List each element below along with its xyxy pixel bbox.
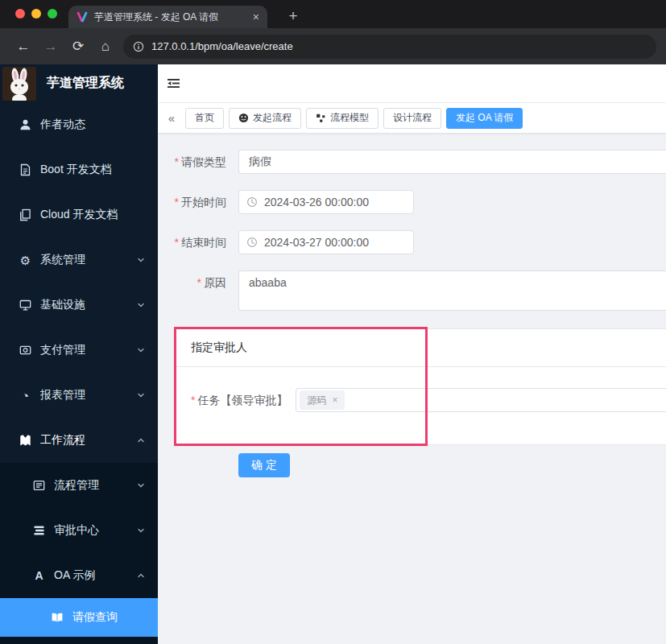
- chevron-down-icon: [137, 526, 145, 535]
- chevron-down-icon: [137, 301, 145, 309]
- app-header: [158, 64, 666, 103]
- chevron-down-icon: [137, 391, 145, 399]
- home-icon[interactable]: ⌂: [92, 39, 119, 55]
- workflow-icon: [19, 434, 32, 447]
- window-maximize-button[interactable]: [48, 9, 57, 19]
- fold-menu-icon[interactable]: [168, 77, 180, 89]
- reason-textarea[interactable]: abaaba: [238, 270, 666, 311]
- browser-tab[interactable]: 芋道管理系统 - 发起 OA 请假 ×: [68, 6, 267, 28]
- sidebar-logo-row[interactable]: 芋道管理系统: [0, 64, 158, 102]
- tab-home[interactable]: 首页: [185, 108, 224, 129]
- sidebar-item-label: 请假查询: [72, 610, 158, 625]
- pie-chart-icon: ◔: [19, 389, 32, 402]
- field-label: *原因: [174, 270, 226, 311]
- site-info-icon[interactable]: [133, 41, 144, 52]
- required-mark: *: [175, 196, 179, 208]
- sidebar-item-infrastructure[interactable]: 基础设施: [0, 283, 158, 328]
- main-area: « 首页 发起流程 流程模型 设计: [158, 64, 666, 644]
- sidebar-submenu: 流程管理 审批中心 A OA 示例: [0, 463, 158, 644]
- sidebar-item-label: 基础设施: [40, 298, 137, 312]
- chevron-up-icon: [137, 572, 145, 580]
- layers-icon: [32, 524, 46, 537]
- monitor-icon: [19, 299, 32, 312]
- list-icon: [32, 479, 46, 492]
- approver-card-header: 指定审批人: [175, 329, 666, 367]
- address-bar[interactable]: 127.0.0.1/bpm/oa/leave/create: [123, 35, 656, 59]
- clock-icon: [246, 237, 258, 248]
- tag-close-icon[interactable]: ×: [332, 395, 337, 405]
- window-controls: [15, 9, 57, 19]
- payment-icon: [19, 344, 32, 357]
- sidebar-item-author-news[interactable]: 作者动态: [0, 102, 158, 147]
- task-label: *任务【领导审批】: [191, 388, 287, 412]
- sidebar-item-label: 审批中心: [54, 523, 137, 538]
- tab-label: 发起 OA 请假: [456, 111, 513, 125]
- sidebar-item-leave-query[interactable]: 请假查询: [0, 598, 158, 637]
- approver-tag: 源码 ×: [300, 390, 345, 410]
- sidebar-item-boot-docs[interactable]: Boot 开发文档: [0, 147, 158, 192]
- sidebar-item-payment[interactable]: 支付管理: [0, 328, 158, 373]
- field-label: *请假类型: [174, 150, 226, 174]
- form-row-end-time: *结束时间 2024-03-27 00:00:00: [174, 230, 666, 254]
- approver-card-title: 指定审批人: [191, 341, 247, 355]
- user-icon: [19, 118, 32, 131]
- sidebar-item-report[interactable]: ◔ 报表管理: [0, 373, 158, 418]
- app-title: 芋道管理系统: [47, 75, 124, 92]
- reload-icon[interactable]: ⟳: [64, 38, 92, 55]
- page-content: *请假类型 病假 *开始时间 2024-03-26 00:00:00 *结束时间: [158, 134, 666, 644]
- window-close-button[interactable]: [15, 9, 25, 19]
- copy-document-icon: [19, 208, 32, 221]
- approver-tag-label: 源码: [307, 394, 326, 407]
- collapse-tabs-icon[interactable]: «: [165, 111, 178, 125]
- sidebar-item-process-management[interactable]: 流程管理: [0, 463, 158, 508]
- chevron-down-icon: [137, 481, 145, 489]
- sidebar: 芋道管理系统 作者动态 Boot 开发文档 Cloud 开发文档 ⚙ 系统管理: [0, 64, 158, 644]
- sidebar-item-label: 流程管理: [54, 478, 137, 493]
- start-time-input[interactable]: 2024-03-26 00:00:00: [238, 190, 414, 214]
- field-label: *结束时间: [174, 230, 226, 254]
- window-minimize-button[interactable]: [31, 9, 41, 19]
- book-icon: [50, 611, 64, 624]
- required-mark: *: [175, 155, 179, 168]
- sidebar-item-label: Boot 开发文档: [40, 163, 145, 177]
- tab-label: 首页: [195, 111, 214, 125]
- forward-icon[interactable]: →: [37, 39, 64, 55]
- browser-tab-title: 芋道管理系统 - 发起 OA 请假: [94, 10, 246, 24]
- confirm-button[interactable]: 确 定: [238, 453, 290, 477]
- sidebar-item-label: 系统管理: [40, 253, 137, 267]
- app-window: 芋道管理系统 作者动态 Boot 开发文档 Cloud 开发文档 ⚙ 系统管理: [0, 64, 666, 644]
- chevron-down-icon: [137, 346, 145, 354]
- tab-label: 设计流程: [393, 111, 432, 125]
- sidebar-item-label: 作者动态: [40, 118, 145, 132]
- sidebar-item-oa-example[interactable]: A OA 示例: [0, 553, 158, 598]
- sidebar-item-label: OA 示例: [54, 568, 137, 583]
- form-row-start-time: *开始时间 2024-03-26 00:00:00: [174, 190, 666, 214]
- gear-icon: ⚙: [19, 254, 32, 267]
- tab-initiate-oa-leave[interactable]: 发起 OA 请假: [446, 108, 523, 129]
- required-mark: *: [191, 394, 195, 407]
- form-row-leave-type: *请假类型 病假: [174, 150, 666, 174]
- approver-card-body: *任务【领导审批】 源码 ×: [175, 367, 666, 412]
- approver-select[interactable]: 源码 ×: [296, 388, 666, 412]
- required-mark: *: [197, 276, 201, 289]
- back-icon[interactable]: ←: [10, 39, 37, 55]
- sidebar-item-system[interactable]: ⚙ 系统管理: [0, 237, 158, 283]
- end-time-input[interactable]: 2024-03-27 00:00:00: [238, 230, 414, 254]
- tab-flow-model[interactable]: 流程模型: [306, 108, 379, 129]
- new-tab-button[interactable]: +: [283, 4, 303, 28]
- tab-initiate-flow[interactable]: 发起流程: [229, 108, 301, 129]
- sidebar-item-approval-center[interactable]: 审批中心: [0, 508, 158, 553]
- sidebar-item-workflow[interactable]: 工作流程: [0, 418, 158, 463]
- leave-type-select[interactable]: 病假: [238, 150, 666, 174]
- page-tabs-bar: « 首页 发起流程 流程模型 设计: [158, 103, 666, 134]
- url-text: 127.0.0.1/bpm/oa/leave/create: [151, 40, 293, 52]
- sidebar-item-cloud-docs[interactable]: Cloud 开发文档: [0, 192, 158, 237]
- field-label: *开始时间: [174, 190, 226, 214]
- reason-value: abaaba: [249, 276, 287, 289]
- sidebar-item-label: 支付管理: [40, 343, 137, 357]
- document-icon: [19, 163, 32, 176]
- tab-close-icon[interactable]: ×: [253, 11, 259, 23]
- approver-card: 指定审批人 *任务【领导审批】 源码 ×: [174, 328, 666, 445]
- favicon-v-logo-icon: [77, 11, 88, 23]
- tab-design-flow[interactable]: 设计流程: [383, 108, 441, 129]
